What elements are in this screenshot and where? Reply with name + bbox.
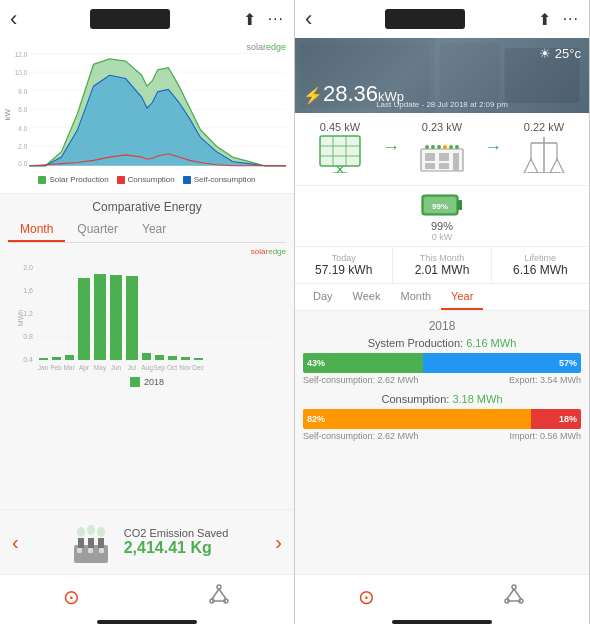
self-consumption-bar-2: 82% (303, 409, 531, 429)
stat-lifetime: Lifetime 6.16 MWh (492, 247, 589, 283)
svg-point-69 (217, 585, 221, 589)
svg-point-99 (455, 145, 459, 149)
right-nav-home-icon[interactable]: ⊙ (358, 585, 375, 609)
stat-lifetime-label: Lifetime (496, 253, 585, 263)
co2-text: CO2 Emission Saved 2,414.41 Kg (124, 527, 229, 557)
svg-text:0.0: 0.0 (18, 160, 27, 167)
export-label: Export: 3.54 MWh (509, 375, 581, 385)
battery-item: 99% 99% 0 kW (303, 190, 581, 242)
svg-point-65 (97, 527, 105, 537)
chart-legend: Solar Production Consumption Self-consum… (8, 172, 286, 187)
production-bar: 43% 57% (303, 353, 581, 373)
co2-section: ‹ CO2 Emission Saved 2,414.41 Kg (0, 509, 294, 574)
svg-rect-66 (77, 548, 82, 553)
svg-rect-90 (439, 153, 449, 161)
right-nav-network-icon[interactable] (502, 582, 526, 611)
svg-rect-41 (126, 276, 138, 360)
right-share-icon[interactable]: ⬆ (538, 10, 551, 29)
svg-rect-78 (440, 43, 500, 108)
self-consumption-label-2: Self-consumption: 2.62 MWh (303, 431, 419, 441)
svg-text:Nov: Nov (179, 364, 191, 371)
self-consumption-label: Self-consumption: 2.62 MWh (303, 375, 419, 385)
stat-this-month: This Month 2.01 MWh (393, 247, 491, 283)
svg-rect-38 (78, 278, 90, 360)
svg-point-63 (77, 527, 85, 537)
legend-self-consumption: Self-consumption (183, 175, 256, 184)
right-back-button[interactable]: ‹ (305, 6, 312, 32)
hero-weather: ☀ 25°c (539, 46, 581, 61)
system-production-value: 6.16 MWh (466, 337, 516, 349)
svg-text:1.6: 1.6 (23, 287, 33, 294)
svg-text:Jul: Jul (128, 364, 137, 371)
legend-solar: Solar Production (38, 175, 108, 184)
hero-last-update: Last Update - 28 Jul 2018 at 2:09 pm (295, 100, 589, 109)
right-home-indicator (392, 620, 492, 624)
left-share-icon[interactable]: ⬆ (243, 10, 256, 29)
svg-rect-108 (458, 200, 462, 210)
svg-text:Mar: Mar (63, 364, 75, 371)
svg-point-64 (87, 525, 95, 535)
svg-rect-93 (453, 153, 459, 171)
stat-month-value: 2.01 MWh (397, 263, 486, 277)
stat-today-value: 57.19 kWh (299, 263, 388, 277)
svg-text:Feb: Feb (50, 364, 62, 371)
svg-text:2.0: 2.0 (18, 143, 27, 150)
svg-rect-37 (65, 355, 74, 360)
svg-rect-36 (52, 357, 61, 360)
stat-today-label: Today (299, 253, 388, 263)
left-more-icon[interactable]: ··· (268, 10, 284, 29)
svg-rect-46 (194, 358, 203, 360)
sun-icon: ☀ (539, 46, 551, 61)
comp-tab-month[interactable]: Month (8, 218, 65, 242)
left-back-button[interactable]: ‹ (10, 6, 17, 32)
right-title-block (385, 9, 465, 29)
comp-tabs: Month Quarter Year (8, 218, 286, 243)
bar-legend-dot (130, 377, 140, 387)
co2-next-button[interactable]: › (275, 531, 282, 554)
svg-text:0.8: 0.8 (23, 333, 33, 340)
comp-tab-year[interactable]: Year (130, 218, 178, 242)
co2-prev-button[interactable]: ‹ (12, 531, 19, 554)
co2-icon (66, 520, 116, 565)
svg-marker-105 (550, 159, 564, 173)
svg-text:MWh: MWh (17, 310, 24, 326)
svg-line-115 (514, 589, 521, 599)
tab-year[interactable]: Year (441, 284, 483, 310)
comp-tab-quarter[interactable]: Quarter (65, 218, 130, 242)
solar-power-value: 0.45 kW (320, 121, 360, 133)
solaredge-logo2: solaredge (8, 247, 286, 256)
right-top-icons: ⬆ ··· (538, 10, 579, 29)
right-panel: ‹ ⬆ ··· ⚡ 28.36 kWp ☀ 25°c Last Update -… (295, 0, 590, 624)
year-content: 2018 System Production: 6.16 MWh 43% 57%… (295, 311, 589, 574)
flow-arrow-1: → (381, 137, 401, 158)
self-consumption-dot (183, 176, 191, 184)
import-bar: 18% (531, 409, 581, 429)
stats-row: Today 57.19 kWh This Month 2.01 MWh Life… (295, 247, 589, 284)
svg-text:Jan: Jan (38, 364, 49, 371)
left-nav-home-icon[interactable]: ⊙ (63, 585, 80, 609)
svg-text:12.0: 12.0 (15, 51, 28, 58)
left-nav-network-icon[interactable] (207, 582, 231, 611)
svg-text:6.0: 6.0 (18, 106, 27, 113)
svg-text:Oct: Oct (167, 364, 177, 371)
tab-day[interactable]: Day (303, 284, 343, 310)
system-production-label: System Production: 6.16 MWh (303, 337, 581, 349)
tab-month[interactable]: Month (390, 284, 441, 310)
svg-rect-40 (110, 275, 122, 360)
svg-point-111 (512, 585, 516, 589)
legend-consumption: Consumption (117, 175, 175, 184)
hero-image: ⚡ 28.36 kWp ☀ 25°c Last Update - 28 Jul … (295, 38, 589, 113)
svg-text:10.0: 10.0 (15, 69, 28, 76)
svg-point-97 (443, 145, 447, 149)
right-more-icon[interactable]: ··· (563, 10, 579, 29)
svg-point-96 (437, 145, 441, 149)
svg-rect-62 (98, 538, 104, 548)
svg-rect-60 (78, 538, 84, 548)
load-power-value: 0.23 kW (422, 121, 462, 133)
svg-text:Dec: Dec (192, 364, 204, 371)
svg-text:Jun: Jun (111, 364, 122, 371)
svg-text:2.0: 2.0 (23, 264, 33, 271)
svg-text:99%: 99% (432, 202, 448, 211)
flow-load: 0.23 kW (405, 121, 479, 173)
tab-week[interactable]: Week (343, 284, 391, 310)
